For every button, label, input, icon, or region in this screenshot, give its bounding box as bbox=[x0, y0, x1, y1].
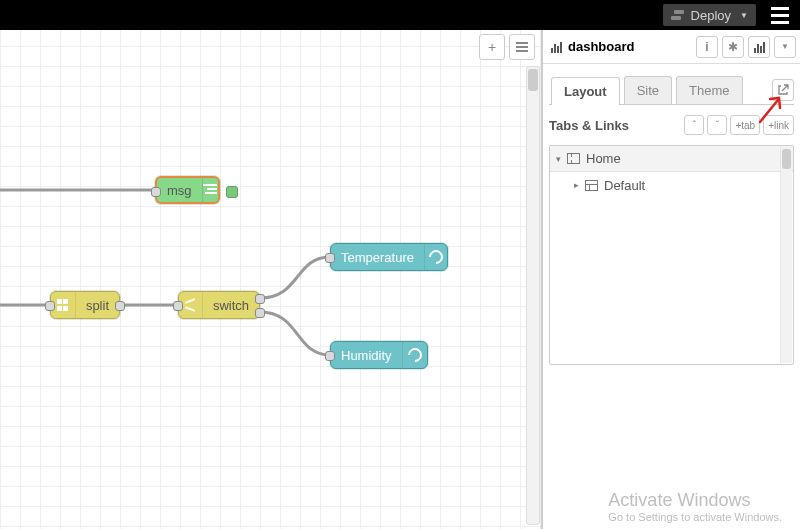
chevron-right-icon: ▸ bbox=[574, 180, 579, 190]
scrollbar-thumb[interactable] bbox=[782, 149, 791, 169]
collapse-all-button[interactable]: ˆ bbox=[684, 115, 704, 135]
sidebar-header: dashboard i ✱ ▼ bbox=[543, 30, 800, 64]
tab-layout[interactable]: Layout bbox=[551, 77, 620, 105]
tree-group-default[interactable]: ▸ Default bbox=[550, 172, 793, 198]
open-dashboard-button[interactable] bbox=[772, 79, 794, 101]
deploy-icon bbox=[671, 10, 685, 20]
sidebar-tabs: Layout Site Theme bbox=[543, 64, 800, 104]
node-port-in[interactable] bbox=[325, 253, 335, 263]
add-tab-button[interactable]: + tab bbox=[730, 115, 760, 135]
tree-label: Default bbox=[604, 178, 645, 193]
node-switch[interactable]: switch bbox=[178, 291, 260, 319]
node-gauge-temperature[interactable]: Temperature bbox=[330, 243, 448, 271]
tree-tab-home[interactable]: ▾ Home bbox=[550, 146, 793, 172]
node-port-in[interactable] bbox=[45, 301, 55, 311]
info-button[interactable]: i bbox=[696, 36, 718, 58]
node-port-in[interactable] bbox=[151, 187, 161, 197]
node-port-in[interactable] bbox=[173, 301, 183, 311]
node-status-dot bbox=[226, 186, 238, 198]
tab-icon bbox=[567, 153, 580, 164]
node-debug-msg[interactable]: msg bbox=[155, 176, 220, 204]
node-split[interactable]: split bbox=[50, 291, 120, 319]
external-link-icon bbox=[777, 84, 789, 96]
node-label: Temperature bbox=[331, 250, 424, 265]
deploy-button[interactable]: Deploy ▼ bbox=[663, 4, 756, 26]
wire-layer bbox=[0, 30, 541, 529]
top-bar: Deploy ▼ bbox=[0, 0, 800, 30]
tab-site[interactable]: Site bbox=[624, 76, 672, 104]
group-icon bbox=[585, 180, 598, 191]
expand-all-button[interactable]: ˇ bbox=[707, 115, 727, 135]
tab-theme[interactable]: Theme bbox=[676, 76, 742, 104]
tree-label: Home bbox=[586, 151, 621, 166]
tree-scrollbar[interactable] bbox=[780, 147, 792, 363]
section-header: Tabs & Links bbox=[549, 118, 681, 133]
node-label: Humidity bbox=[331, 348, 402, 363]
main-area: + msg split bbox=[0, 30, 800, 529]
add-link-button[interactable]: + link bbox=[763, 115, 794, 135]
node-port-out[interactable] bbox=[115, 301, 125, 311]
node-gauge-humidity[interactable]: Humidity bbox=[330, 341, 428, 369]
node-port-out-2[interactable] bbox=[255, 308, 265, 318]
sidebar: dashboard i ✱ ▼ Layout Site Theme Tabs &… bbox=[542, 30, 800, 529]
dashboard-icon bbox=[551, 41, 562, 53]
sidebar-title: dashboard bbox=[551, 39, 692, 54]
caret-down-icon: ▼ bbox=[740, 11, 748, 20]
tabs-tree: ▾ Home ▸ Default bbox=[549, 145, 794, 365]
flow-canvas[interactable]: + msg split bbox=[0, 30, 542, 529]
menu-button[interactable] bbox=[766, 4, 794, 26]
deploy-label: Deploy bbox=[691, 8, 731, 23]
node-port-out-1[interactable] bbox=[255, 294, 265, 304]
node-label: switch bbox=[203, 298, 259, 313]
chevron-down-icon: ▾ bbox=[556, 154, 561, 164]
dashboard-panel-button[interactable] bbox=[748, 36, 770, 58]
debug-panel-button[interactable]: ✱ bbox=[722, 36, 744, 58]
sidebar-dropdown-button[interactable]: ▼ bbox=[774, 36, 796, 58]
node-label: split bbox=[76, 298, 119, 313]
node-port-in[interactable] bbox=[325, 351, 335, 361]
gauge-icon bbox=[424, 244, 447, 270]
tabs-links-header-row: Tabs & Links ˆ ˇ + tab + link bbox=[543, 105, 800, 145]
gauge-icon bbox=[402, 342, 427, 368]
debug-icon bbox=[202, 178, 218, 202]
sidebar-title-text: dashboard bbox=[568, 39, 634, 54]
node-label: msg bbox=[157, 183, 202, 198]
